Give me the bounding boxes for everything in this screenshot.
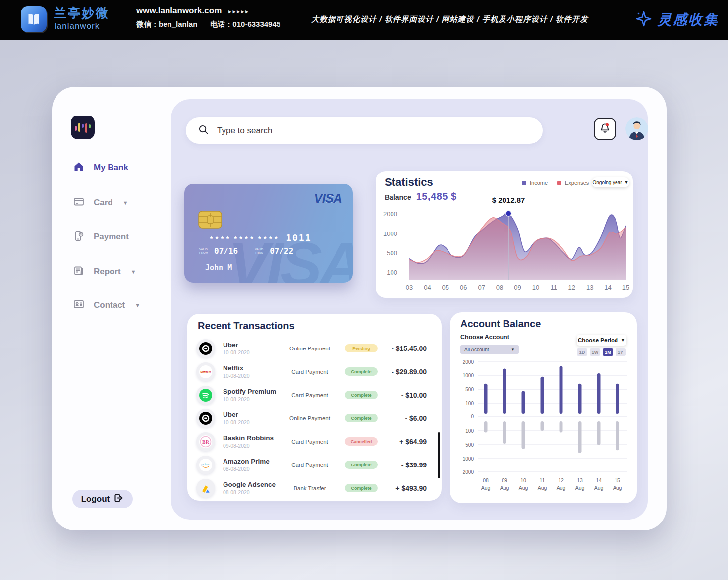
arrows-decoration: ▸▸▸▸▸ <box>228 8 250 14</box>
services-list: 大数据可视化设计 / 软件界面设计 / 网站建设 / 手机及小程序设计 / 软件… <box>311 14 588 25</box>
netflix-logo-icon: NETFLIX <box>196 362 215 381</box>
sidebar-item-my-bank[interactable]: My Bank <box>73 160 128 175</box>
payment-method: Bank Trasfer <box>282 485 337 491</box>
uber-logo-icon <box>196 409 215 428</box>
period-1w-button[interactable]: 1W <box>590 348 600 356</box>
transaction-row[interactable]: Uber10-08-2020Online PaymentPending- $15… <box>187 337 442 360</box>
transactions-title: Recent Transactions <box>198 320 295 332</box>
sidebar-item-label: Report <box>94 267 121 277</box>
period-1y-button[interactable]: 1Y <box>616 348 626 356</box>
payment-method: Card Payment <box>282 369 337 375</box>
svg-text:07: 07 <box>478 284 485 291</box>
report-icon <box>73 265 85 279</box>
logout-button[interactable]: Logout <box>72 490 133 508</box>
chevron-down-icon: ▼ <box>511 348 515 352</box>
ongoing-year-dropdown[interactable]: Ongoing year▼ <box>592 177 629 187</box>
status-badge: Complete <box>345 367 378 376</box>
payment-method: Card Payment <box>282 462 337 468</box>
transaction-date: 09-08-2020 <box>223 443 282 449</box>
transaction-date: 10-08-2020 <box>223 373 282 379</box>
statistics-title: Statistics <box>385 176 433 189</box>
transaction-row[interactable]: primeAmazon Prime08-08-2020Card PaymentC… <box>187 453 442 476</box>
legend-income: Income <box>522 180 548 186</box>
svg-text:2000: 2000 <box>383 210 397 218</box>
svg-text:15: 15 <box>615 477 620 483</box>
merchant-name: Baskin Robbins <box>223 434 282 442</box>
sidebar-item-payment[interactable]: Payment <box>73 230 129 244</box>
svg-text:14: 14 <box>604 284 611 291</box>
status-badge: Complete <box>345 484 378 492</box>
sidebar-item-label: Card <box>94 198 113 208</box>
valid-thru-value: 07/22 <box>270 246 293 256</box>
sidebar-item-report[interactable]: Report ▼ <box>73 264 136 279</box>
svg-text:Aug: Aug <box>613 485 622 491</box>
transaction-date: 10-08-2020 <box>223 419 282 425</box>
visa-logo: VISA <box>314 191 342 206</box>
user-avatar[interactable] <box>625 117 648 140</box>
search-input[interactable] <box>217 126 514 136</box>
screen: 兰亭妙微 lanlanwork www.lanlanwork.com▸▸▸▸▸ … <box>0 0 728 580</box>
payment-method: Online Payment <box>282 415 337 421</box>
transaction-amount: - $6.00 <box>386 414 442 422</box>
sidebar-item-label: Payment <box>94 232 129 242</box>
transaction-date: 10-08-2020 <box>223 349 282 355</box>
home-icon <box>73 161 85 175</box>
merchant-name: Amazon Prime <box>223 458 282 465</box>
dashboard-area: VISA VISA ★★★★ ★★★★ ★★★★ 1011 VALID FROM… <box>171 99 648 520</box>
valid-from-label: VALID FROM <box>199 248 211 255</box>
card-holder-name: John M <box>205 263 232 272</box>
svg-text:08: 08 <box>483 477 489 483</box>
sidebar-item-card[interactable]: Card ▼ <box>73 195 128 210</box>
app-logo-icon[interactable] <box>71 116 95 139</box>
status-badge: Pending <box>345 344 378 352</box>
svg-text:12: 12 <box>558 477 564 483</box>
account-balance-chart[interactable]: 2000100050010001005001000200008Aug09Aug1… <box>455 359 631 498</box>
merchant-name: Netflix <box>223 364 282 372</box>
svg-text:Aug: Aug <box>557 485 566 491</box>
status-badge: Complete <box>345 414 378 422</box>
sidebar-item-label: Contact <box>94 300 125 310</box>
svg-text:500: 500 <box>465 442 474 448</box>
income-swatch <box>522 181 526 185</box>
valid-thru-label: VALID THRU <box>255 248 267 255</box>
google-adsense-logo-icon <box>196 479 215 498</box>
svg-text:13: 13 <box>577 477 583 483</box>
svg-text:2000: 2000 <box>463 359 474 365</box>
transaction-amount: - $15.45.00 <box>386 345 442 352</box>
svg-text:2000: 2000 <box>463 469 474 475</box>
valid-from-value: 07/16 <box>214 246 238 256</box>
svg-text:Aug: Aug <box>538 485 547 491</box>
transaction-row[interactable]: Google Adsence08-08-2020Bank TrasferComp… <box>187 476 442 500</box>
chevron-down-icon: ▼ <box>123 200 128 206</box>
transaction-row[interactable]: BRBaskin Robbins09-08-2020Card PaymentCa… <box>187 430 442 453</box>
transaction-amount: + $64.99 <box>386 438 442 446</box>
svg-text:Aug: Aug <box>481 485 491 491</box>
search-bar[interactable] <box>186 117 543 144</box>
credit-card[interactable]: VISA VISA ★★★★ ★★★★ ★★★★ 1011 VALID FROM… <box>184 184 353 283</box>
transaction-amount: - $29.89.00 <box>386 368 442 376</box>
period-toggle-group: 1D 1W 1M 1Y <box>577 348 626 356</box>
chevron-down-icon: ▼ <box>131 269 136 275</box>
svg-text:09: 09 <box>502 477 507 483</box>
transaction-row[interactable]: Uber10-08-2020Online PaymentComplete- $6… <box>187 406 442 430</box>
svg-text:500: 500 <box>465 387 474 392</box>
payment-method: Online Payment <box>282 346 337 351</box>
brand-name-en: lanlanwork <box>55 21 100 31</box>
svg-text:08: 08 <box>496 284 503 291</box>
payment-method: Card Payment <box>282 439 337 445</box>
account-balance-title: Account Balance <box>460 318 541 330</box>
svg-text:03: 03 <box>406 284 413 291</box>
sidebar-item-contact[interactable]: Contact ▼ <box>73 298 140 313</box>
website-url[interactable]: www.lanlanwork.com <box>136 6 222 15</box>
statistics-chart[interactable]: 2000100050010003040506070809101112131415 <box>376 201 633 297</box>
period-1m-button[interactable]: 1M <box>603 348 613 356</box>
svg-text:Aug: Aug <box>594 485 604 491</box>
uber-logo-icon <box>196 339 215 358</box>
choose-period-dropdown[interactable]: Choose Period▼ <box>577 335 626 346</box>
transaction-row[interactable]: NETFLIXNetflix10-08-2020Card PaymentComp… <box>187 360 442 383</box>
account-select[interactable]: All Account ▼ <box>460 345 519 354</box>
scrollbar[interactable] <box>438 432 440 478</box>
period-1d-button[interactable]: 1D <box>577 348 587 356</box>
notifications-button[interactable] <box>594 118 616 140</box>
transaction-row[interactable]: Spotify Premium10-08-2020Card PaymentCom… <box>187 383 442 406</box>
